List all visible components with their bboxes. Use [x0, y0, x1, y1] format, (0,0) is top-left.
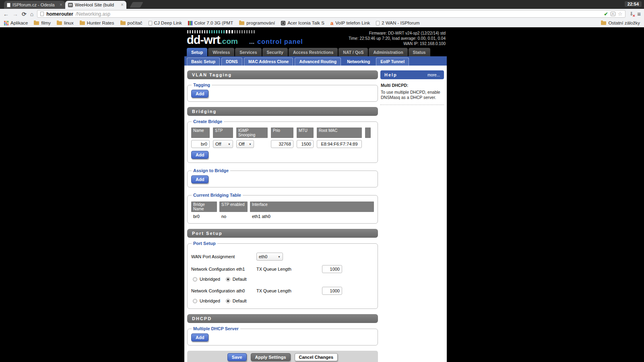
tab-wireless[interactable]: Wireless	[208, 48, 234, 56]
page-favicon	[7, 3, 10, 7]
tab-status[interactable]: Status	[409, 48, 430, 56]
close-icon[interactable]: ×	[60, 2, 62, 7]
dropdown-arrow-icon: ▼	[249, 143, 252, 146]
save-button[interactable]: Save	[227, 353, 247, 361]
stp-select[interactable]: Off▼	[213, 140, 233, 148]
folder-icon	[57, 21, 62, 25]
other-bookmarks-button[interactable]: Ostatní záložky	[601, 21, 640, 25]
folder-icon	[239, 21, 244, 25]
help-more-link[interactable]: more...	[427, 73, 440, 77]
bridge-name-cell: br0	[193, 214, 219, 219]
folder-icon	[601, 21, 606, 25]
wan-ip-line: WAN IP: 192.168.0.100	[349, 41, 446, 46]
assign-to-bridge-fieldset: Assign to Bridge Add	[187, 168, 378, 187]
ddwrt-favicon	[68, 3, 73, 7]
bridge-name-input[interactable]	[191, 140, 210, 148]
bookmark-programovani[interactable]: programování	[239, 21, 275, 25]
subtab-eoip-tunnel[interactable]: EoIP Tunnel	[376, 58, 409, 66]
bookmark-color-3g[interactable]: Color 7.0 3G (PMT	[188, 21, 233, 25]
forward-icon[interactable]: →	[12, 11, 18, 17]
bookmark-filmy[interactable]: filmy	[34, 21, 51, 25]
bookmark-linux[interactable]: linux	[57, 21, 74, 25]
dhcp-add-button[interactable]: Add	[191, 333, 208, 341]
folder-icon	[80, 21, 85, 25]
tx-queue-length-label: TX Queue Length	[256, 267, 322, 272]
browser-toolbar: ← → ⟳ ⌂ homerouter /Networking.asp ✔ A ☆…	[0, 9, 644, 19]
subtab-basic-setup[interactable]: Basic Setup	[187, 58, 220, 66]
voip-favicon: a	[330, 21, 333, 26]
bookmark-cj-deep-link[interactable]: CJ Deep Link	[149, 21, 182, 25]
create-bridge-add-button[interactable]: Add	[191, 151, 208, 159]
current-bridging-fieldset: Current Bridging Table Bridge Name STP e…	[187, 193, 378, 224]
new-tab-button[interactable]	[130, 2, 143, 8]
firmware-line: Firmware: DD-WRT v24-sp2 (12/22/14) std	[349, 31, 446, 36]
unbridged-label: Unbridged	[200, 298, 220, 303]
ddwrt-container: dd-wrt .com ... control panel Firmware: …	[184, 27, 447, 362]
eth1-default-radio[interactable]	[226, 277, 230, 282]
col-header-igmp: IGMP Snooping	[236, 128, 268, 138]
download-icon[interactable]: ⬇✕	[629, 11, 634, 17]
menu-icon[interactable]: ≡	[637, 10, 641, 17]
tab-security[interactable]: Security	[262, 48, 288, 56]
unbridged-label: Unbridged	[200, 277, 220, 282]
bookmark-hunter-rates[interactable]: Hunter Rates	[80, 21, 114, 25]
tab-nat-qos[interactable]: NAT / QoS	[339, 48, 368, 56]
reload-icon[interactable]: ⟳	[22, 11, 27, 17]
translate-icon[interactable]: A	[611, 12, 615, 16]
eth1-unbridged-radio[interactable]	[193, 277, 197, 282]
subtab-mac-address-clone[interactable]: MAC Address Clone	[244, 58, 293, 66]
igmp-snooping-select[interactable]: Off▼	[236, 140, 254, 148]
bookmark-2wan-ispforum[interactable]: 2 WAN - ISPforum	[376, 21, 419, 25]
assign-add-button[interactable]: Add	[191, 175, 208, 183]
tab-access-restrictions[interactable]: Access Restrictions	[289, 48, 338, 56]
subtab-ddns[interactable]: DDNS	[221, 58, 242, 66]
tagging-legend: Tagging	[192, 82, 212, 87]
tab-title: WeeHool Site (build	[75, 2, 119, 7]
stp-enabled-cell: no	[221, 214, 250, 219]
help-panel: Help more... Multi DHCPD: To use multipl…	[380, 68, 444, 105]
home-icon[interactable]: ⌂	[30, 11, 33, 17]
bookmarks-bar: Aplikace filmy linux Hunter Rates počíta…	[0, 19, 644, 27]
tab-title: ISPforum.cz - Odesla	[12, 2, 58, 7]
prio-input[interactable]	[271, 140, 293, 148]
ath0-unbridged-radio[interactable]	[193, 299, 197, 303]
browser-tab-ispforum[interactable]: ISPforum.cz - Odesla ×	[4, 1, 65, 9]
interface-cell: eth1 ath0	[252, 214, 374, 219]
help-header: Help more...	[380, 70, 444, 79]
mtu-input[interactable]	[297, 140, 314, 148]
subtab-networking[interactable]: Networking	[343, 58, 374, 66]
ath0-default-radio[interactable]	[226, 299, 230, 303]
bookmark-voip-telefon[interactable]: aVoIP telefon Link	[330, 21, 370, 26]
tx-queue-eth1-input[interactable]	[322, 265, 342, 273]
root-mac-input[interactable]	[317, 140, 362, 148]
tx-queue-ath0-input[interactable]	[322, 287, 342, 295]
bookmark-acer-iconia[interactable]: Acer Iconia Talk S	[281, 21, 324, 25]
tab-setup[interactable]: Setup	[187, 48, 207, 56]
wan-port-select[interactable]: eth0▼	[256, 253, 283, 261]
action-bar: Save Apply Settings Cancel Changes	[187, 351, 378, 362]
address-bar[interactable]: homerouter /Networking.asp ✔ A ☆	[37, 10, 625, 18]
tab-services[interactable]: Services	[235, 48, 261, 56]
col-header-mtu: MTU	[297, 128, 314, 138]
ddwrt-logo: dd-wrt .com ... control panel	[187, 34, 303, 46]
page-icon	[376, 21, 380, 25]
tab-administration[interactable]: Administration	[369, 48, 407, 56]
extension-check-icon[interactable]: ✔	[604, 11, 608, 17]
browser-tab-weehool[interactable]: WeeHool Site (build ×	[65, 1, 126, 9]
cancel-changes-button[interactable]: Cancel Changes	[295, 353, 338, 361]
bookmark-aplikace[interactable]: Aplikace	[4, 21, 28, 25]
tablet-favicon	[281, 21, 285, 25]
settings-column: VLAN Tagging Tagging Add Bridging Create…	[187, 68, 378, 362]
back-icon[interactable]: ←	[3, 11, 9, 17]
tab-strip: ISPforum.cz - Odesla × WeeHool Site (bui…	[0, 0, 644, 9]
help-content: Multi DHCPD: To use multiple DHCPD, enab…	[380, 79, 444, 105]
create-bridge-header-row: Name STP IGMP Snooping Prio MTU Root MAC	[191, 128, 374, 138]
tx-queue-length-label: TX Queue Length	[256, 288, 322, 293]
bookmark-star-icon[interactable]: ☆	[618, 11, 623, 17]
bookmark-pocitac[interactable]: počítač	[120, 21, 142, 25]
apply-settings-button[interactable]: Apply Settings	[251, 353, 291, 361]
subtab-advanced-routing[interactable]: Advanced Routing	[295, 58, 341, 66]
tagging-add-button[interactable]: Add	[191, 90, 208, 98]
close-icon[interactable]: ×	[121, 2, 124, 7]
col-header-stp: STP	[213, 128, 233, 138]
